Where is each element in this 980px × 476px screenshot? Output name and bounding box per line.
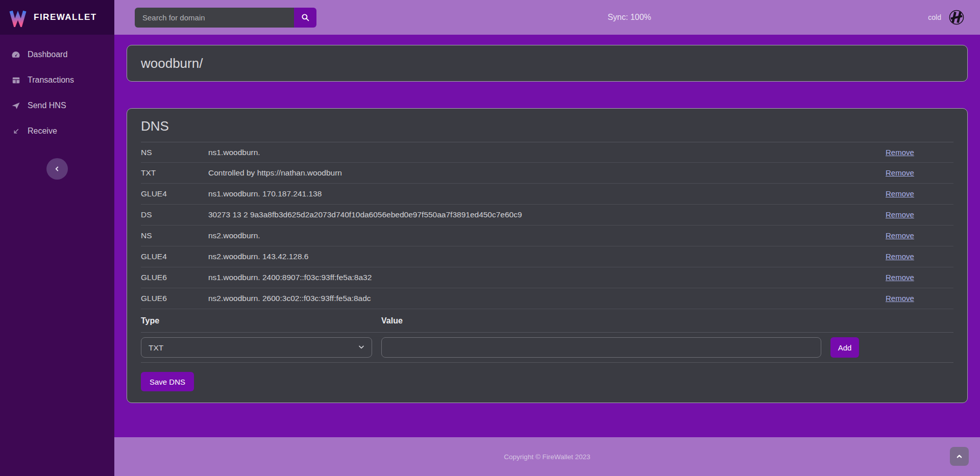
domain-search <box>135 8 316 28</box>
domain-card: woodburn/ <box>127 45 968 82</box>
dns-record-row: NS ns2.woodburn. Remove <box>141 226 953 246</box>
copyright-text: Copyright © FireWallet 2023 <box>504 453 590 461</box>
remove-link[interactable]: Remove <box>886 294 914 303</box>
sync-status: Sync: 100% <box>607 13 651 22</box>
table-icon <box>11 75 21 85</box>
record-value-input[interactable] <box>381 337 821 358</box>
sidebar-item-receive[interactable]: Receive <box>0 118 114 144</box>
remove-link[interactable]: Remove <box>886 210 914 219</box>
sidebar-item-label: Receive <box>28 127 57 136</box>
record-type: NS <box>141 148 208 157</box>
sidebar-item-label: Transactions <box>28 76 74 85</box>
scroll-to-top-button[interactable] <box>950 447 969 466</box>
record-type-select[interactable]: TXT <box>141 337 372 358</box>
record-value: ns2.woodburn. 2600:3c02::f03c:93ff:fe5a:… <box>208 294 886 303</box>
record-value: ns1.woodburn. 2400:8907::f03c:93ff:fe5a:… <box>208 273 886 282</box>
record-type: GLUE4 <box>141 189 208 198</box>
paper-plane-icon <box>11 101 21 111</box>
record-type-select-wrap: TXT <box>141 337 372 358</box>
add-record-button[interactable]: Add <box>830 337 859 358</box>
chevron-up-icon <box>955 453 963 460</box>
sidebar-item-label: Send HNS <box>28 101 66 110</box>
dns-record-row: NS ns1.woodburn. Remove <box>141 142 953 163</box>
content-area: woodburn/ DNS NS ns1.woodburn. Remove TX… <box>114 35 980 437</box>
record-type: DS <box>141 210 208 219</box>
search-input[interactable] <box>135 8 294 28</box>
dns-record-row: DS 30273 13 2 9a3a8fb3d625d2a2073d740f10… <box>141 205 953 226</box>
handshake-logo-icon <box>946 7 967 28</box>
sidebar-nav: Dashboard Transactions Send HNS <box>0 35 114 144</box>
firewallet-logo-icon <box>8 8 28 27</box>
sidebar-item-dashboard[interactable]: Dashboard <box>0 42 114 67</box>
record-value: 30273 13 2 9a3a8fb3d625d2a2073d740f10da6… <box>208 210 886 219</box>
remove-link[interactable]: Remove <box>886 148 914 157</box>
collapse-sidebar-button[interactable] <box>46 158 68 180</box>
wallet-indicator[interactable]: cold <box>928 7 967 28</box>
record-value: ns2.woodburn. <box>208 231 886 240</box>
record-value: ns1.woodburn. <box>208 148 886 157</box>
footer: Copyright © FireWallet 2023 <box>114 437 980 476</box>
record-type: GLUE6 <box>141 294 208 303</box>
dns-record-row: GLUE6 ns1.woodburn. 2400:8907::f03c:93ff… <box>141 267 953 288</box>
record-value: ns1.woodburn. 170.187.241.138 <box>208 189 886 198</box>
save-dns-button[interactable]: Save DNS <box>141 372 194 391</box>
dns-record-row: GLUE4 ns1.woodburn. 170.187.241.138 Remo… <box>141 184 953 205</box>
wallet-name: cold <box>928 13 941 21</box>
record-type: GLUE6 <box>141 273 208 282</box>
record-value: Controlled by https://nathan.woodburn <box>208 168 886 178</box>
gauge-icon <box>11 49 21 60</box>
dns-records-table: NS ns1.woodburn. Remove TXT Controlled b… <box>141 142 953 309</box>
dns-record-row: GLUE6 ns2.woodburn. 2600:3c02::f03c:93ff… <box>141 288 953 309</box>
record-type: NS <box>141 231 208 240</box>
search-button[interactable] <box>294 8 316 28</box>
topbar: Sync: 100% cold <box>114 0 980 35</box>
dns-card: DNS NS ns1.woodburn. Remove TXT Controll… <box>127 108 968 403</box>
dns-section-title: DNS <box>141 109 953 142</box>
record-type: TXT <box>141 168 208 178</box>
remove-link[interactable]: Remove <box>886 273 914 282</box>
remove-link[interactable]: Remove <box>886 231 914 240</box>
brand-header[interactable]: FIREWALLET <box>0 0 114 35</box>
value-column-header: Value <box>381 316 953 325</box>
type-column-header: Type <box>141 316 381 325</box>
dns-record-row: TXT Controlled by https://nathan.woodbur… <box>141 163 953 184</box>
sidebar-item-label: Dashboard <box>28 50 67 59</box>
remove-link[interactable]: Remove <box>886 189 914 198</box>
record-value: ns2.woodburn. 143.42.128.6 <box>208 252 886 261</box>
record-type: GLUE4 <box>141 252 208 261</box>
brand-title: FIREWALLET <box>34 12 97 22</box>
sidebar-item-transactions[interactable]: Transactions <box>0 67 114 93</box>
page-title: woodburn/ <box>141 56 203 71</box>
sidebar: FIREWALLET Dashboard Transactions <box>0 0 114 476</box>
remove-link[interactable]: Remove <box>886 252 914 261</box>
chevron-left-icon <box>54 165 61 172</box>
arrow-down-left-icon <box>11 126 21 136</box>
dns-record-row: GLUE4 ns2.woodburn. 143.42.128.6 Remove <box>141 246 953 267</box>
search-icon <box>301 13 310 22</box>
remove-link[interactable]: Remove <box>886 168 914 177</box>
sidebar-item-send-hns[interactable]: Send HNS <box>0 93 114 118</box>
add-record-header: Type Value <box>141 309 953 333</box>
main-column: Sync: 100% cold woodburn/ DNS <box>114 0 980 476</box>
add-record-form: TXT Add <box>141 333 953 363</box>
